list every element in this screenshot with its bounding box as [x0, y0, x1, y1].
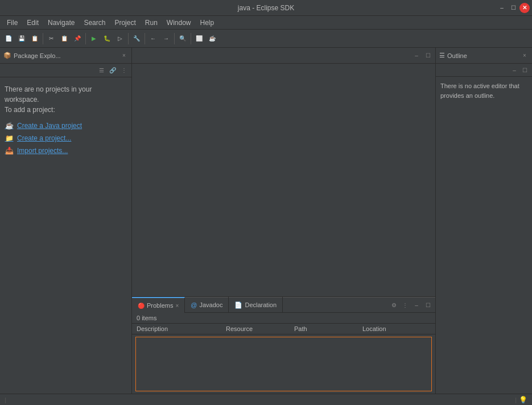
tb-perspective-btn[interactable]: ⬜	[193, 32, 205, 45]
problems-more-btn[interactable]: ⋮	[400, 300, 410, 310]
tab-javadoc[interactable]: @ Javadoc	[185, 297, 229, 313]
menu-window[interactable]: Window	[162, 18, 196, 28]
tb-ext-tools-btn[interactable]: 🔧	[130, 32, 143, 45]
bottom-panel: 🔴 Problems × @ Javadoc 📄 Declaration ⚙ ⋮…	[132, 297, 435, 394]
bottom-content: 0 items Description Resource Path Locati…	[132, 313, 435, 394]
tb-sep-4	[145, 33, 145, 44]
import-projects-link[interactable]: 📥 Import projects...	[5, 144, 127, 157]
outline-icon: ☰	[439, 52, 445, 59]
tb-sep-6	[191, 33, 191, 44]
menu-navigate[interactable]: Navigate	[43, 18, 79, 28]
close-button[interactable]: ✕	[519, 3, 530, 13]
menu-help[interactable]: Help	[196, 18, 219, 28]
tb-search-btn[interactable]: 🔍	[176, 32, 189, 45]
tb-save-btn[interactable]: 💾	[15, 32, 28, 45]
problems-icon: 🔴	[138, 303, 145, 309]
create-project-icon: 📁	[5, 134, 14, 143]
tb-paste-btn[interactable]: 📌	[71, 32, 84, 45]
maximize-button[interactable]: ☐	[508, 3, 518, 13]
package-explorer-close-btn[interactable]: ×	[120, 52, 128, 60]
toolbar: 📄 💾 📋 ✂ 📋 📌 ▶ 🐛 ▷ 🔧 ← → 🔍 ⬜ ☕	[0, 30, 532, 48]
outline-content: There is no active editor that provides …	[436, 77, 532, 394]
center-area: – ☐ 🔴 Problems × @ Javadoc 📄 Declarati	[132, 48, 435, 394]
tab-problems-label: Problems	[147, 302, 173, 309]
outline-panel: ☰ Outline × – ☐ There is no active edito…	[435, 48, 532, 394]
problems-count: 0 items	[132, 313, 435, 324]
project-links-list: ☕ Create a Java project 📁 Create a proje…	[5, 119, 127, 157]
outline-close-btn[interactable]: ×	[521, 52, 529, 60]
outline-message: There is no active editor that provides …	[440, 82, 519, 99]
outline-title-text: Outline	[447, 52, 467, 59]
tb-sep-2	[85, 33, 86, 44]
import-projects-icon: 📥	[5, 146, 14, 155]
editor-maximize-btn[interactable]: ☐	[423, 51, 433, 61]
tb-run-last-btn[interactable]: ▷	[114, 32, 126, 45]
status-right: | 💡	[515, 396, 527, 404]
tb-next-edit-btn[interactable]: →	[160, 32, 172, 45]
editor-minimize-btn[interactable]: –	[411, 51, 422, 61]
import-projects-label: Import projects...	[17, 146, 68, 156]
status-sep-left: |	[5, 396, 6, 403]
bottom-tabs: 🔴 Problems × @ Javadoc 📄 Declaration ⚙ ⋮…	[132, 297, 435, 313]
menu-search[interactable]: Search	[79, 18, 110, 28]
tab-problems[interactable]: 🔴 Problems ×	[132, 297, 185, 313]
bottom-maximize-btn[interactable]: ☐	[423, 300, 433, 310]
editor-tab-bar: – ☐	[132, 48, 435, 64]
collapse-all-btn[interactable]: ☰	[96, 65, 106, 76]
menu-project[interactable]: Project	[110, 18, 140, 28]
col-location: Location	[362, 325, 431, 332]
status-bar: | | 💡	[0, 394, 532, 405]
tb-java-perspective-btn[interactable]: ☕	[206, 32, 218, 45]
problems-filter-btn[interactable]: ⚙	[389, 300, 399, 310]
bottom-minimize-btn[interactable]: –	[411, 300, 422, 310]
menu-file[interactable]: File	[2, 18, 22, 28]
menu-run[interactable]: Run	[141, 18, 162, 28]
tb-run-btn[interactable]: ▶	[88, 32, 100, 45]
package-explorer-icon: 📦	[3, 52, 11, 59]
outline-minimize-btn[interactable]: –	[509, 65, 519, 75]
tb-sep-5	[174, 33, 175, 44]
tb-sep-3	[128, 33, 129, 44]
create-project-label: Create a project...	[17, 133, 71, 143]
package-explorer-header: 📦 Package Explo... ×	[0, 48, 131, 64]
tab-declaration-label: Declaration	[245, 301, 277, 308]
create-project-link[interactable]: 📁 Create a project...	[5, 132, 127, 144]
tb-debug-btn[interactable]: 🐛	[101, 32, 113, 45]
tab-javadoc-label: Javadoc	[199, 301, 222, 308]
main-area: 📦 Package Explo... × ☰ 🔗 ⋮ There are no …	[0, 48, 532, 394]
create-java-project-link[interactable]: ☕ Create a Java project	[5, 119, 127, 132]
col-description: Description	[137, 325, 226, 332]
tb-cut-btn[interactable]: ✂	[45, 32, 57, 45]
link-with-editor-btn[interactable]: 🔗	[108, 65, 118, 76]
package-explorer-content: There are no projects in your workspace.…	[0, 77, 131, 394]
view-menu-btn[interactable]: ⋮	[119, 65, 129, 76]
status-sep-right: |	[515, 396, 517, 403]
col-resource: Resource	[226, 325, 294, 332]
package-explorer-toolbar: ☰ 🔗 ⋮	[0, 64, 131, 77]
tb-copy-btn[interactable]: 📋	[58, 32, 71, 45]
tb-prev-edit-btn[interactable]: ←	[147, 32, 159, 45]
tab-problems-close[interactable]: ×	[175, 303, 179, 309]
tb-save-all-btn[interactable]: 📋	[28, 32, 41, 45]
package-explorer-title: 📦 Package Explo...	[3, 52, 120, 59]
javadoc-icon: @	[191, 301, 197, 308]
tb-new-btn[interactable]: 📄	[2, 32, 15, 45]
outline-header: ☰ Outline ×	[436, 48, 532, 64]
status-lightbulb-icon: 💡	[519, 396, 527, 404]
menu-bar: File Edit Navigate Search Project Run Wi…	[0, 16, 532, 30]
minimize-button[interactable]: –	[497, 3, 507, 13]
status-left: |	[5, 396, 6, 403]
editor-area: – ☐	[132, 48, 435, 297]
title-bar-controls: – ☐ ✕	[497, 3, 530, 13]
no-projects-line2: workspace.	[5, 96, 39, 104]
problems-table-body	[135, 337, 432, 391]
package-explorer-title-text: Package Explo...	[14, 52, 61, 59]
editor-content	[132, 64, 435, 296]
menu-edit[interactable]: Edit	[22, 18, 43, 28]
outline-maximize-btn[interactable]: ☐	[519, 65, 530, 75]
no-projects-message: There are no projects in your workspace.…	[5, 84, 127, 115]
create-java-project-label: Create a Java project	[17, 121, 82, 131]
no-projects-line1: There are no projects in your	[5, 85, 92, 93]
declaration-icon: 📄	[234, 301, 242, 309]
tab-declaration[interactable]: 📄 Declaration	[229, 297, 283, 313]
